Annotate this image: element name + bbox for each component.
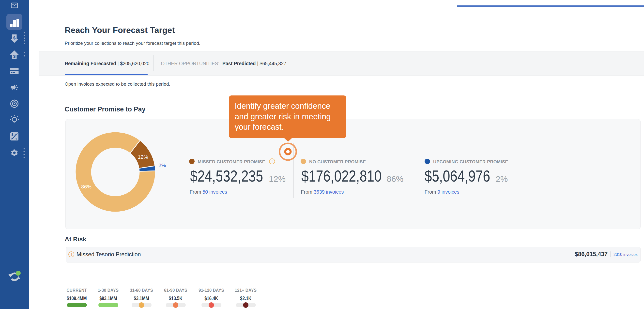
svg-text:2%: 2% <box>158 162 166 168</box>
svg-text:$: $ <box>13 54 16 59</box>
svg-text:12%: 12% <box>138 154 148 160</box>
svg-text:$: $ <box>12 132 14 136</box>
svg-text:!: ! <box>272 160 273 163</box>
svg-text:86%: 86% <box>81 184 92 190</box>
svg-text:$: $ <box>13 36 16 40</box>
svg-text:!: ! <box>71 252 72 256</box>
svg-text:€: € <box>16 137 17 141</box>
